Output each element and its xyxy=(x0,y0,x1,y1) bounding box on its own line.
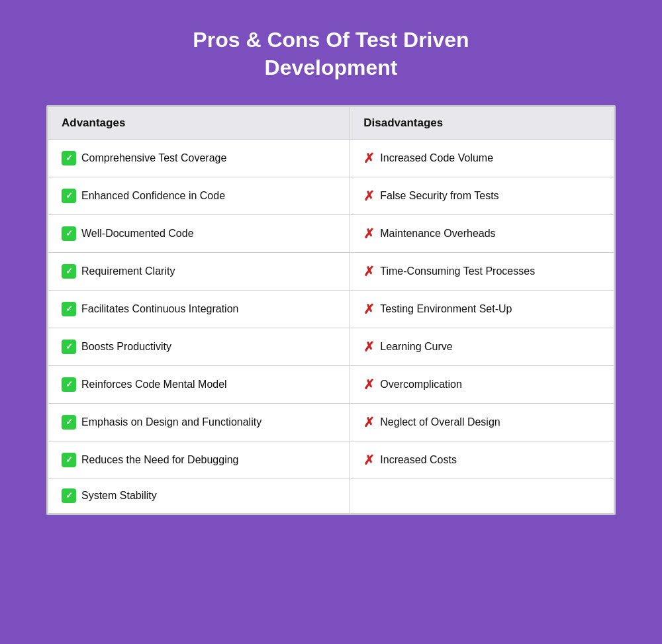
x-icon: ✗ xyxy=(363,300,375,318)
x-icon: ✗ xyxy=(363,262,375,281)
advantage-cell: ✓Requirement Clarity xyxy=(48,253,350,291)
check-icon: ✓ xyxy=(62,226,76,241)
advantage-cell: ✓Enhanced Confidence in Code xyxy=(48,177,350,215)
check-icon: ✓ xyxy=(62,189,76,203)
disadvantage-cell: ✗Maintenance Overheads xyxy=(350,215,614,253)
x-icon: ✗ xyxy=(363,149,375,167)
check-icon: ✓ xyxy=(62,340,76,354)
disadvantage-text: Learning Curve xyxy=(380,340,452,354)
check-icon: ✓ xyxy=(62,453,76,467)
x-icon: ✗ xyxy=(363,338,375,356)
disadvantage-text: False Security from Tests xyxy=(380,189,498,203)
advantage-cell: ✓System Stability xyxy=(48,479,350,513)
x-icon: ✗ xyxy=(363,451,375,469)
disadvantage-cell: ✗Neglect of Overall Design xyxy=(350,404,614,441)
disadvantage-text: Testing Environment Set-Up xyxy=(380,302,512,316)
advantage-cell: ✓Well-Documented Code xyxy=(48,215,350,253)
check-icon: ✓ xyxy=(62,302,76,316)
check-icon: ✓ xyxy=(62,264,76,279)
disadvantage-cell: ✗Overcomplication xyxy=(350,366,614,404)
advantage-text: Reinforces Code Mental Model xyxy=(81,377,227,392)
disadvantage-text: Maintenance Overheads xyxy=(380,226,495,241)
advantage-text: System Stability xyxy=(81,488,157,503)
disadvantage-cell: ✗Learning Curve xyxy=(350,328,614,366)
check-icon: ✓ xyxy=(62,415,76,430)
disadvantage-text: Overcomplication xyxy=(380,377,462,392)
disadvantage-text: Time-Consuming Test Processes xyxy=(380,264,535,279)
advantage-text: Reduces the Need for Debugging xyxy=(81,453,239,467)
advantage-text: Boosts Productivity xyxy=(81,340,171,354)
disadvantage-cell: ✗False Security from Tests xyxy=(350,177,614,215)
disadvantage-cell: ✗Testing Environment Set-Up xyxy=(350,291,614,328)
advantage-text: Comprehensive Test Coverage xyxy=(81,151,226,165)
disadvantage-text: Neglect of Overall Design xyxy=(380,415,500,430)
advantage-text: Facilitates Continuous Integration xyxy=(81,302,238,316)
advantage-cell: ✓Emphasis on Design and Functionality xyxy=(48,404,350,441)
advantage-text: Emphasis on Design and Functionality xyxy=(81,415,261,430)
x-icon: ✗ xyxy=(363,413,375,432)
x-icon: ✗ xyxy=(363,187,375,205)
disadvantage-text: Increased Costs xyxy=(380,453,457,467)
page-title: Pros & Cons Of Test Driven Development xyxy=(193,26,469,81)
disadvantages-header: Disadvantages xyxy=(350,107,614,140)
advantage-cell: ✓Facilitates Continuous Integration xyxy=(48,291,350,328)
advantage-cell: ✓Reduces the Need for Debugging xyxy=(48,441,350,479)
disadvantage-text: Increased Code Volume xyxy=(380,151,493,165)
disadvantage-cell: ✗Increased Costs xyxy=(350,441,614,479)
pros-cons-table: Advantages Disadvantages ✓Comprehensive … xyxy=(46,105,616,514)
advantage-text: Enhanced Confidence in Code xyxy=(81,189,225,203)
advantage-cell: ✓Boosts Productivity xyxy=(48,328,350,366)
advantage-cell: ✓Reinforces Code Mental Model xyxy=(48,366,350,404)
check-icon: ✓ xyxy=(62,377,76,392)
x-icon: ✗ xyxy=(363,224,375,243)
advantages-header: Advantages xyxy=(48,107,350,140)
disadvantage-cell: ✗Time-Consuming Test Processes xyxy=(350,253,614,291)
check-icon: ✓ xyxy=(62,488,76,503)
check-icon: ✓ xyxy=(62,151,76,165)
disadvantage-cell xyxy=(350,479,614,513)
disadvantage-cell: ✗Increased Code Volume xyxy=(350,140,614,177)
advantage-cell: ✓Comprehensive Test Coverage xyxy=(48,140,350,177)
x-icon: ✗ xyxy=(363,375,375,394)
advantage-text: Well-Documented Code xyxy=(81,226,194,241)
advantage-text: Requirement Clarity xyxy=(81,264,175,279)
